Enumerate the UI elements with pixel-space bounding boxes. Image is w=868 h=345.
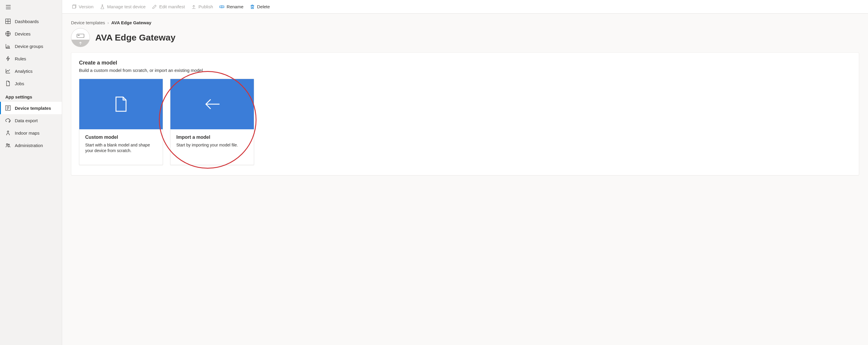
card-title: Custom model: [85, 135, 157, 140]
version-button[interactable]: Version: [71, 3, 94, 10]
svg-rect-9: [78, 35, 80, 35]
main-area: Version Manage test device Edit manifest…: [62, 0, 868, 345]
panel-title: Create a model: [79, 60, 851, 66]
sidebar-item-device-groups[interactable]: Device groups: [0, 40, 62, 52]
up-arrow-icon: [79, 41, 82, 45]
card-desc: Start by importing your model file.: [176, 142, 248, 148]
sidebar-item-rules[interactable]: Rules: [0, 52, 62, 65]
sidebar-item-analytics[interactable]: Analytics: [0, 65, 62, 77]
cloud-export-icon: [5, 118, 11, 123]
sidebar-item-label: Rules: [15, 56, 26, 61]
import-model-card[interactable]: Import a model Start by importing your m…: [170, 79, 254, 165]
globe-icon: [5, 31, 11, 36]
page-title: AVA Edge Gateway: [95, 33, 176, 42]
toolbar: Version Manage test device Edit manifest…: [62, 0, 868, 13]
sidebar-item-label: Devices: [15, 31, 30, 36]
svg-rect-8: [77, 34, 84, 38]
sidebar-item-label: Administration: [15, 143, 43, 148]
svg-point-4: [6, 144, 8, 145]
toolbar-label: Edit manifest: [159, 4, 185, 9]
breadcrumb: Device templates › AVA Edge Gateway: [71, 20, 859, 25]
toolbar-label: Version: [79, 4, 93, 9]
template-avatar: [71, 28, 90, 47]
sidebar-item-device-templates[interactable]: Device templates: [0, 102, 62, 114]
people-icon: [5, 143, 11, 148]
sidebar: Dashboards Devices Device groups Rules A…: [0, 0, 62, 345]
breadcrumb-current: AVA Edge Gateway: [111, 20, 152, 25]
toolbar-label: Publish: [198, 4, 213, 9]
sidebar-item-devices[interactable]: Devices: [0, 28, 62, 40]
sidebar-section-heading: App settings: [0, 90, 62, 102]
template-icon: [5, 105, 11, 111]
content-area: Device templates › AVA Edge Gateway AVA …: [62, 13, 868, 345]
publish-button[interactable]: Publish: [191, 3, 214, 10]
sidebar-item-label: Dashboards: [15, 19, 39, 24]
bar-chart-icon: [5, 43, 11, 49]
sidebar-item-indoor-maps[interactable]: Indoor maps: [0, 127, 62, 139]
document-icon: [5, 81, 11, 86]
breadcrumb-root[interactable]: Device templates: [71, 20, 105, 25]
sidebar-item-label: Device templates: [15, 106, 51, 111]
card-hero: [79, 79, 163, 129]
custom-model-card[interactable]: Custom model Start with a blank model an…: [79, 79, 163, 165]
sidebar-item-label: Jobs: [15, 81, 24, 86]
svg-point-3: [7, 131, 9, 132]
hamburger-button[interactable]: [0, 0, 62, 15]
toolbar-label: Rename: [227, 4, 244, 9]
rename-button[interactable]: Rename: [219, 3, 244, 10]
pencil-icon: [152, 4, 157, 9]
chevron-right-icon: ›: [107, 20, 109, 25]
sidebar-item-label: Analytics: [15, 69, 33, 74]
hamburger-icon: [5, 4, 11, 10]
svg-rect-6: [72, 5, 75, 8]
upload-icon: [191, 4, 196, 9]
panel-subtitle: Build a custom model from scratch, or im…: [79, 68, 851, 73]
card-desc: Start with a blank model and shape your …: [85, 142, 157, 154]
version-icon: [71, 4, 76, 9]
flask-icon: [100, 4, 105, 9]
toolbar-label: Manage test device: [107, 4, 146, 9]
model-cards: Custom model Start with a blank model an…: [79, 79, 851, 165]
lightning-icon: [5, 56, 11, 61]
delete-button[interactable]: Delete: [249, 3, 270, 10]
sidebar-item-jobs[interactable]: Jobs: [0, 77, 62, 90]
card-title: Import a model: [176, 135, 248, 140]
sidebar-item-label: Device groups: [15, 44, 43, 49]
create-model-panel: Create a model Build a custom model from…: [71, 52, 859, 176]
sidebar-item-data-export[interactable]: Data export: [0, 114, 62, 127]
sidebar-item-label: Indoor maps: [15, 130, 39, 135]
trash-icon: [250, 4, 255, 9]
toolbar-label: Delete: [257, 4, 270, 9]
svg-point-5: [8, 144, 9, 145]
card-hero: [170, 79, 254, 129]
sidebar-item-administration[interactable]: Administration: [0, 139, 62, 152]
edit-manifest-button[interactable]: Edit manifest: [152, 3, 185, 10]
grid-icon: [5, 19, 11, 24]
rename-icon: [219, 4, 224, 9]
line-chart-icon: [5, 68, 11, 74]
arrow-left-icon: [204, 98, 220, 110]
person-map-icon: [5, 130, 11, 135]
sidebar-item-label: Data export: [15, 118, 38, 123]
device-icon: [76, 34, 84, 38]
file-icon: [115, 96, 127, 112]
manage-test-device-button[interactable]: Manage test device: [99, 3, 146, 10]
sidebar-item-dashboards[interactable]: Dashboards: [0, 15, 62, 28]
